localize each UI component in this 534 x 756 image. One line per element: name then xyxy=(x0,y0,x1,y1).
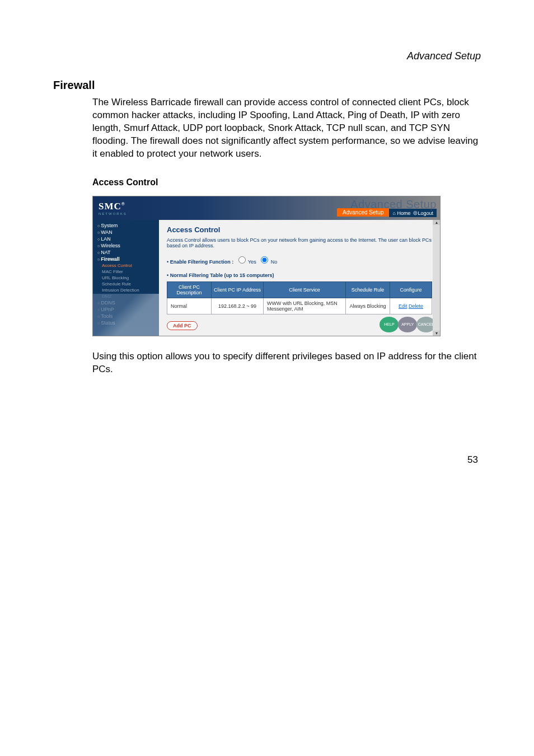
filter-no-radio[interactable] xyxy=(261,256,268,264)
caption-paragraph: Using this option allows you to specify … xyxy=(92,350,481,376)
page-number: 53 xyxy=(53,454,481,466)
col-header-service: Client Service xyxy=(264,281,346,298)
filter-yes-label: Yes xyxy=(248,259,256,265)
logout-link[interactable]: ◎Logout xyxy=(412,210,433,215)
help-button[interactable]: HELP xyxy=(380,317,399,332)
filtering-table: Client PC Description Client PC IP Addre… xyxy=(167,281,432,314)
sidebar-sub-mac-filter[interactable]: MAC Filter xyxy=(93,269,159,275)
sidebar-item-firewall[interactable]: Firewall xyxy=(93,256,159,262)
smc-logo: SMC® NETWORKS xyxy=(93,201,127,215)
sidebar: System WAN LAN Wireless NAT Firewall Acc… xyxy=(93,220,159,336)
content-description: Access Control allows users to block PCs… xyxy=(167,237,432,248)
col-header-description: Client PC Description xyxy=(167,281,212,298)
cell-ip: 192.168.2.2 ~ 99 xyxy=(212,298,264,314)
delete-link[interactable]: Delete xyxy=(409,303,423,309)
sidebar-item-wireless[interactable]: Wireless xyxy=(93,242,159,249)
cell-service: WWW with URL Blocking, MSN Messenger, AI… xyxy=(264,298,346,314)
col-header-ip: Client PC IP Address xyxy=(212,281,264,298)
home-link[interactable]: Home xyxy=(397,210,410,215)
sidebar-sub-intrusion-detection[interactable]: Intrusion Detection xyxy=(93,287,159,293)
sidebar-item-wan[interactable]: WAN xyxy=(93,229,159,236)
sidebar-sub-url-blocking[interactable]: URL Blocking xyxy=(93,275,159,281)
content-pane: Access Control Access Control allows use… xyxy=(159,220,440,336)
advanced-setup-ghost-text: Advanced Setup xyxy=(337,199,437,209)
table-title: • Normal Filtering Table (up to 15 compu… xyxy=(167,273,432,278)
enable-filtering-row: • Enable Filtering Function : Yes No xyxy=(167,256,432,265)
sidebar-sub-access-control[interactable]: Access Control xyxy=(93,262,159,269)
home-icon[interactable]: ⌂ xyxy=(392,210,395,215)
action-buttons: HELP APPLY CANCEL xyxy=(382,317,435,332)
col-header-configure: Configure xyxy=(390,281,432,298)
firewall-body-paragraph: The Wireless Barricade firewall can prov… xyxy=(92,96,481,161)
running-header: Advanced Setup xyxy=(53,50,481,62)
apply-button[interactable]: APPLY xyxy=(398,317,417,332)
logo-text: SMC xyxy=(99,201,121,212)
sidebar-item-nat[interactable]: NAT xyxy=(93,249,159,256)
subheading-access-control: Access Control xyxy=(92,177,481,187)
cell-configure: Edit Delete xyxy=(390,298,432,314)
logo-subtext: NETWORKS xyxy=(99,212,127,215)
cell-schedule: Always Blocking xyxy=(346,298,390,314)
sidebar-sub-schedule-rule[interactable]: Schedule Rule xyxy=(93,281,159,287)
section-title-firewall: Firewall xyxy=(53,79,481,92)
sidebar-item-system[interactable]: System xyxy=(93,222,159,229)
sidebar-decorative-image xyxy=(93,294,159,336)
filter-no-label: No xyxy=(271,259,278,265)
col-header-schedule: Schedule Rule xyxy=(346,281,390,298)
embedded-screenshot: SMC® NETWORKS Advanced Setup Advanced Se… xyxy=(92,196,441,336)
content-heading: Access Control xyxy=(167,226,432,234)
vertical-scrollbar[interactable] xyxy=(433,220,440,336)
filter-label: Enable Filtering Function : xyxy=(170,259,234,265)
table-header-row: Client PC Description Client PC IP Addre… xyxy=(167,281,432,298)
table-row: Normal 192.168.2.2 ~ 99 WWW with URL Blo… xyxy=(167,298,432,314)
add-pc-button[interactable]: Add PC xyxy=(167,321,198,330)
cell-desc: Normal xyxy=(167,298,212,314)
filter-yes-radio[interactable] xyxy=(238,256,246,264)
screenshot-header: SMC® NETWORKS Advanced Setup Advanced Se… xyxy=(93,196,440,220)
sidebar-item-lan[interactable]: LAN xyxy=(93,236,159,242)
edit-link[interactable]: Edit xyxy=(399,303,407,309)
